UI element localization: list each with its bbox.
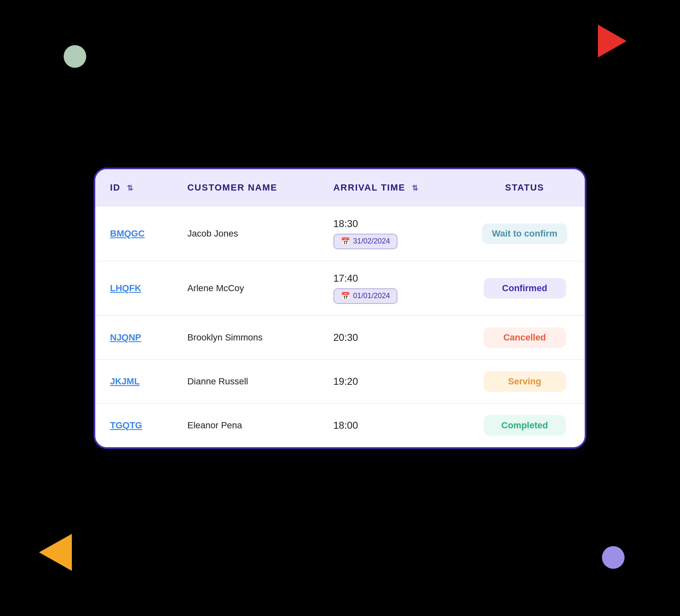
- cell-status-JKJML: Serving: [464, 359, 585, 403]
- column-header-arrival-time: ARRIVAL TIME ⇅: [319, 169, 465, 207]
- id-link-BMQGC[interactable]: BMQGC: [110, 228, 145, 239]
- status-badge: Cancelled: [484, 327, 566, 348]
- status-badge: Confirmed: [484, 278, 566, 299]
- arrival-sort-icon[interactable]: ⇅: [412, 184, 419, 193]
- cell-status-LHQFK: Confirmed: [464, 261, 585, 315]
- arrival-time-text: 18:30: [333, 218, 450, 230]
- arrival-time-text: 17:40: [333, 273, 450, 284]
- arrival-time-text: 20:30: [333, 332, 450, 343]
- cell-name-JKJML: Dianne Russell: [172, 359, 319, 403]
- purple-circle-decoration: [602, 546, 625, 569]
- column-header-customer-name: CUSTOMER NAME: [172, 169, 319, 207]
- arrival-time-text: 18:00: [333, 420, 450, 431]
- table-row: NJQNPBrooklyn Simmons20:30Cancelled: [95, 315, 585, 359]
- calendar-icon: 📅: [341, 237, 350, 246]
- cell-name-NJQNP: Brooklyn Simmons: [172, 315, 319, 359]
- cell-status-TGQTG: Completed: [464, 403, 585, 447]
- id-link-JKJML[interactable]: JKJML: [110, 376, 140, 386]
- column-header-status: STATUS: [464, 169, 585, 207]
- cell-arrival-TGQTG: 18:00: [319, 403, 465, 447]
- cell-name-TGQTG: Eleanor Pena: [172, 403, 319, 447]
- table-header-row: ID ⇅ CUSTOMER NAME ARRIVAL TIME ⇅ STATUS: [95, 169, 585, 207]
- main-card: ID ⇅ CUSTOMER NAME ARRIVAL TIME ⇅ STATUS…: [94, 168, 586, 449]
- table-row: BMQGCJacob Jones18:30📅31/02/2024Wait to …: [95, 206, 585, 261]
- column-header-id: ID ⇅: [95, 169, 172, 207]
- cell-id-NJQNP: NJQNP: [95, 315, 172, 359]
- id-sort-icon[interactable]: ⇅: [127, 184, 134, 193]
- cell-id-TGQTG: TGQTG: [95, 403, 172, 447]
- table-row: TGQTGEleanor Pena18:00Completed: [95, 403, 585, 447]
- arrival-date-badge: 📅31/02/2024: [333, 234, 397, 249]
- arrival-date-badge: 📅01/01/2024: [333, 288, 397, 304]
- cell-status-NJQNP: Cancelled: [464, 315, 585, 359]
- red-play-triangle-decoration: [598, 25, 627, 57]
- table-row: JKJMLDianne Russell19:20Serving: [95, 359, 585, 403]
- status-badge: Completed: [484, 415, 566, 436]
- cell-id-JKJML: JKJML: [95, 359, 172, 403]
- cell-arrival-NJQNP: 20:30: [319, 315, 465, 359]
- cell-arrival-BMQGC: 18:30📅31/02/2024: [319, 206, 465, 261]
- arrival-date-text: 01/01/2024: [353, 292, 390, 300]
- cell-arrival-JKJML: 19:20: [319, 359, 465, 403]
- id-link-NJQNP[interactable]: NJQNP: [110, 332, 141, 342]
- reservations-table: ID ⇅ CUSTOMER NAME ARRIVAL TIME ⇅ STATUS…: [95, 169, 585, 447]
- arrival-date-text: 31/02/2024: [353, 237, 390, 246]
- arrival-time-text: 19:20: [333, 376, 450, 387]
- mint-circle-decoration: [64, 45, 86, 68]
- cell-name-LHQFK: Arlene McCoy: [172, 261, 319, 315]
- status-badge: Serving: [484, 371, 566, 392]
- id-link-LHQFK[interactable]: LHQFK: [110, 283, 141, 293]
- cell-name-BMQGC: Jacob Jones: [172, 206, 319, 261]
- orange-play-triangle-decoration: [39, 534, 72, 571]
- id-link-TGQTG[interactable]: TGQTG: [110, 420, 142, 430]
- cell-id-BMQGC: BMQGC: [95, 206, 172, 261]
- table-row: LHQFKArlene McCoy17:40📅01/01/2024Confirm…: [95, 261, 585, 315]
- cell-status-BMQGC: Wait to confirm: [464, 206, 585, 261]
- cell-arrival-LHQFK: 17:40📅01/01/2024: [319, 261, 465, 315]
- cell-id-LHQFK: LHQFK: [95, 261, 172, 315]
- calendar-icon: 📅: [341, 292, 350, 301]
- status-badge: Wait to confirm: [482, 223, 567, 244]
